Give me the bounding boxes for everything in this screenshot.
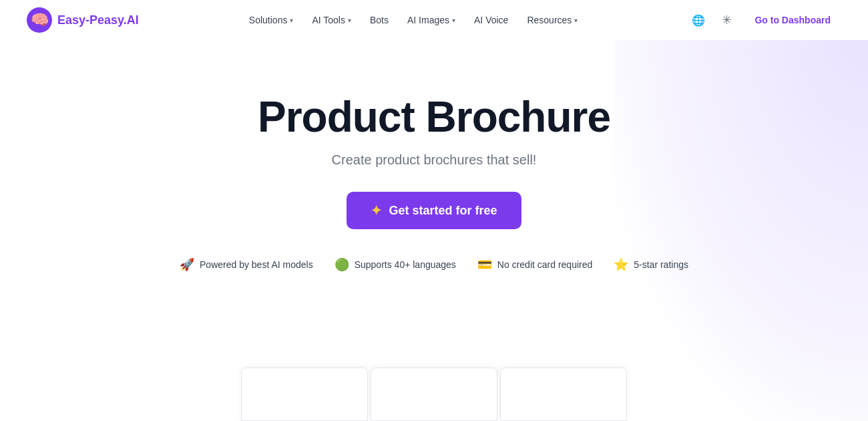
bottom-card-3: [500, 368, 627, 421]
hero-subtitle: Create product brochures that sell!: [332, 152, 537, 168]
cta-label: Get started for free: [389, 204, 497, 218]
credit-card-icon: 💳: [477, 257, 492, 272]
nav-item-ai-tools[interactable]: AI Tools ▾: [304, 9, 359, 31]
navbar: 🧠 Easy-Peasy.AI Solutions ▾ AI Tools ▾ B…: [0, 0, 868, 40]
nav-right: 🌐 ✳ Go to Dashboard: [688, 9, 841, 31]
hero-section: Product Brochure Create product brochure…: [0, 40, 868, 272]
sparkle-icon: ✦: [371, 202, 382, 219]
feature-badges: 🚀 Powered by best AI models 🟢 Supports 4…: [180, 257, 688, 272]
get-started-button[interactable]: ✦ Get started for free: [347, 192, 521, 229]
badge-no-credit-card-text: No credit card required: [497, 259, 592, 270]
bottom-cards-area: [240, 368, 628, 421]
nav-item-ai-voice[interactable]: AI Voice: [466, 9, 516, 31]
badge-languages-text: Supports 40+ languages: [355, 259, 456, 270]
bottom-card-2: [371, 368, 497, 421]
chevron-down-icon: ▾: [574, 17, 578, 24]
hero-title: Product Brochure: [258, 94, 610, 140]
badge-no-credit-card: 💳 No credit card required: [477, 257, 592, 272]
rocket-icon: 🚀: [180, 257, 194, 272]
chevron-down-icon: ▾: [290, 17, 293, 24]
bottom-card-1: [241, 368, 368, 421]
go-to-dashboard-button[interactable]: Go to Dashboard: [744, 9, 841, 31]
badge-languages: 🟢 Supports 40+ languages: [335, 257, 456, 272]
logo-text: Easy-Peasy.AI: [57, 13, 139, 27]
logo-icon: 🧠: [27, 7, 52, 33]
badge-ai-models-text: Powered by best AI models: [200, 259, 313, 270]
nav-item-solutions[interactable]: Solutions ▾: [241, 9, 302, 31]
badge-ratings: ⭐ 5-star ratings: [614, 257, 688, 272]
nav-item-ai-images[interactable]: AI Images ▾: [399, 9, 463, 31]
main-nav: Solutions ▾ AI Tools ▾ Bots AI Images ▾ …: [241, 9, 586, 31]
nav-item-resources[interactable]: Resources ▾: [519, 9, 586, 31]
theme-toggle-icon[interactable]: ✳: [716, 9, 737, 31]
logo[interactable]: 🧠 Easy-Peasy.AI: [27, 7, 139, 33]
chevron-down-icon: ▾: [348, 17, 351, 24]
nav-item-bots[interactable]: Bots: [362, 9, 397, 31]
globe-green-icon: 🟢: [335, 257, 349, 272]
globe-icon[interactable]: 🌐: [688, 9, 709, 31]
chevron-down-icon: ▾: [452, 17, 455, 24]
badge-ratings-text: 5-star ratings: [634, 259, 688, 270]
star-icon: ⭐: [614, 257, 628, 272]
badge-ai-models: 🚀 Powered by best AI models: [180, 257, 313, 272]
